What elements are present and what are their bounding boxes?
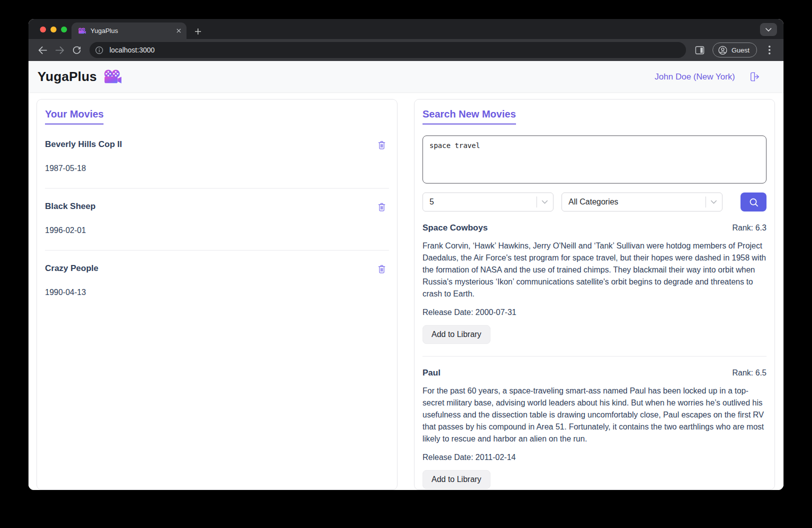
movie-release-date: 1987-05-18	[45, 164, 389, 173]
maximize-window-button[interactable]	[61, 26, 67, 32]
yugaplus-page: YugaPlus	[28, 61, 784, 490]
result-limit-value: 5	[430, 198, 536, 206]
profile-button[interactable]: Guest	[712, 42, 757, 58]
main-content: Your Movies Beverly Hills Cop II	[28, 93, 784, 490]
movie-title: Crazy People	[45, 264, 98, 274]
browser-menu-kebab-icon[interactable]	[762, 42, 777, 58]
desktop-background: YugaPlus	[0, 0, 812, 528]
movie-camera-logo-icon	[103, 70, 122, 84]
site-info-icon[interactable]	[93, 44, 105, 56]
delete-movie-button[interactable]	[376, 202, 387, 212]
tab-strip: YugaPlus	[28, 19, 784, 39]
search-result: Paul Rank: 6.5 For the past 60 years, a …	[422, 356, 766, 490]
your-movies-title: Your Movies	[45, 108, 104, 124]
sign-out-icon	[748, 71, 761, 82]
user-name: John Doe (New York)	[654, 72, 735, 82]
search-movies-panel: Search New Movies space travel 5 All Cat…	[414, 99, 775, 490]
result-description: Frank Corvin, ‘Hawk’ Hawkins, Jerry O'Ne…	[422, 240, 768, 300]
logout-button[interactable]	[748, 71, 761, 82]
movie-release-date: 1990-04-13	[45, 288, 389, 297]
add-to-library-button[interactable]: Add to Library	[422, 470, 490, 489]
window-controls	[40, 26, 67, 32]
close-window-button[interactable]	[40, 26, 46, 32]
tab-favicon-movie-camera-icon	[78, 28, 86, 34]
new-tab-button[interactable]	[194, 28, 202, 35]
result-description: For the past 60 years, a space-traveling…	[422, 385, 768, 445]
guest-avatar-icon	[718, 46, 728, 55]
movie-title: Beverly Hills Cop II	[45, 140, 122, 150]
add-to-library-button[interactable]: Add to Library	[422, 325, 490, 344]
search-icon	[748, 197, 759, 208]
delete-movie-button[interactable]	[376, 140, 387, 150]
trash-icon	[376, 140, 387, 150]
movie-title: Black Sheep	[45, 202, 96, 212]
trash-icon	[376, 264, 387, 274]
browser-tab[interactable]: YugaPlus	[72, 22, 186, 39]
reload-button[interactable]	[69, 42, 84, 58]
category-value: All Categories	[568, 198, 706, 206]
result-rank: Rank: 6.5	[732, 368, 766, 378]
app-header: YugaPlus	[28, 61, 784, 93]
chevron-down-icon	[542, 200, 548, 204]
result-title: Paul	[422, 368, 440, 378]
browser-window: YugaPlus	[28, 19, 784, 490]
app-title: YugaPlus	[38, 69, 97, 84]
search-query-input[interactable]: space travel	[422, 136, 766, 184]
result-release-date: Release Date: 2011-02-14	[422, 453, 766, 462]
url-text: localhost:3000	[110, 46, 154, 54]
library-movie-row: Black Sheep 1996-02-01	[45, 188, 389, 250]
forward-button[interactable]	[52, 42, 67, 58]
result-limit-select[interactable]: 5	[422, 192, 554, 212]
result-release-date: Release Date: 2000-07-31	[422, 308, 766, 317]
search-result: Space Cowboys Rank: 6.3 Frank Corvin, ‘H…	[422, 212, 766, 356]
tab-close-icon[interactable]	[176, 28, 182, 34]
category-select[interactable]: All Categories	[562, 192, 722, 212]
chevron-down-icon	[710, 200, 717, 204]
your-movies-panel: Your Movies Beverly Hills Cop II	[36, 99, 398, 490]
minimize-window-button[interactable]	[50, 26, 56, 32]
library-movie-row: Crazy People 1990-04-13	[45, 250, 389, 312]
result-title: Space Cowboys	[422, 223, 488, 233]
delete-movie-button[interactable]	[376, 264, 387, 274]
side-panel-icon[interactable]	[692, 42, 708, 58]
back-button[interactable]	[35, 42, 50, 58]
result-rank: Rank: 6.3	[732, 224, 766, 232]
search-controls: 5 All Categories	[422, 192, 766, 212]
tab-title: YugaPlus	[90, 27, 172, 34]
brand: YugaPlus	[38, 69, 122, 84]
movie-release-date: 1996-02-01	[45, 226, 389, 235]
guest-label: Guest	[732, 46, 750, 54]
search-new-movies-title: Search New Movies	[422, 108, 516, 124]
search-button[interactable]	[740, 192, 766, 212]
browser-toolbar: localhost:3000 Guest	[28, 39, 784, 61]
tab-overflow-chevron-down-icon[interactable]	[760, 23, 777, 36]
trash-icon	[376, 202, 387, 212]
address-bar[interactable]: localhost:3000	[90, 42, 686, 58]
library-movie-row: Beverly Hills Cop II 1987-05-18	[45, 124, 389, 188]
